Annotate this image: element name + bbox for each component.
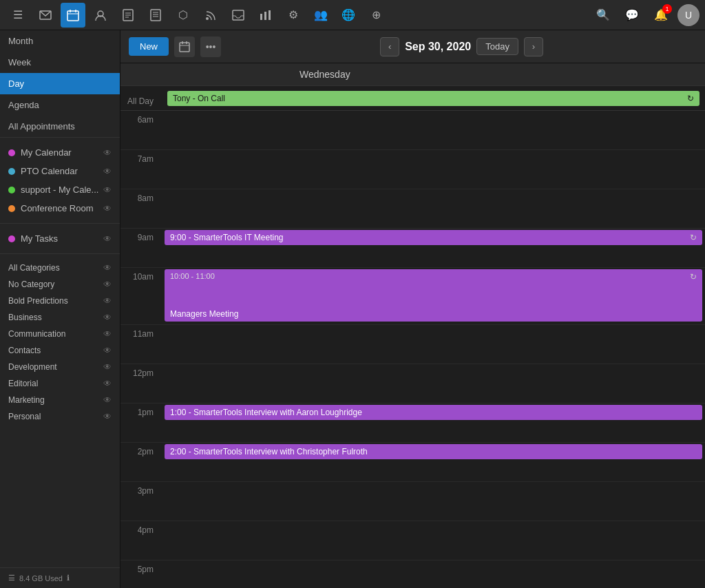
event-col-10am: 10:00 - 11:00 ↻ Managers Meeting (162, 268, 705, 324)
time-label-3pm: 3pm (120, 482, 162, 521)
time-row-10am: 10am 10:00 - 11:00 ↻ Managers Meeting (120, 268, 705, 325)
prev-date-button[interactable]: ‹ (380, 37, 399, 56)
event-title: 2:00 - SmarterTools Interview with Chris… (170, 447, 368, 456)
calendar-view-icon-button[interactable] (174, 36, 195, 57)
date-title: Sep 30, 2020 (405, 41, 471, 53)
notifications-icon[interactable]: 🔔 1 (649, 3, 673, 28)
admin-users-icon[interactable]: 👥 (308, 3, 333, 28)
category-development[interactable]: Development 👁 (0, 359, 120, 375)
search-icon[interactable]: 🔍 (591, 3, 615, 28)
network-icon[interactable]: ⬡ (171, 3, 196, 28)
visibility-icon[interactable]: 👁 (103, 167, 112, 176)
tasks-my-tasks[interactable]: My Tasks 👁 (0, 229, 120, 248)
visibility-icon[interactable]: 👁 (103, 204, 112, 213)
visibility-icon[interactable]: 👁 (103, 313, 112, 322)
calendar-my-calendar[interactable]: My Calendar 👁 (0, 143, 120, 162)
sidebar-footer: ☰ 8.4 GB Used ℹ (0, 567, 120, 588)
time-label-2pm: 2pm (120, 443, 162, 481)
event-col-2pm: 2:00 - SmarterTools Interview with Chris… (162, 443, 705, 481)
contacts-icon[interactable] (88, 3, 113, 28)
visibility-icon[interactable]: 👁 (103, 234, 112, 244)
tasks-icon[interactable] (116, 3, 140, 28)
sidebar-item-week[interactable]: Week (0, 52, 120, 73)
svg-rect-10 (151, 10, 160, 21)
category-editorial[interactable]: Editorial 👁 (0, 375, 120, 392)
sidebar-item-agenda[interactable]: Agenda (0, 94, 120, 116)
next-date-button[interactable]: › (524, 37, 543, 56)
all-day-event-tony-on-call[interactable]: Tony - On Call ↻ (167, 91, 699, 106)
time-label-12pm: 12pm (120, 364, 162, 403)
event-time-label: 10:00 - 11:00 (170, 272, 215, 282)
sidebar-item-all-appointments[interactable]: All Appointments (0, 116, 120, 137)
today-button[interactable]: Today (476, 38, 518, 55)
event-christopher-interview[interactable]: 2:00 - SmarterTools Interview with Chris… (165, 444, 702, 459)
event-col-6am (162, 111, 705, 149)
event-title: 1:00 - SmarterTools Interview with Aaron… (170, 408, 362, 417)
svg-rect-1 (67, 11, 78, 21)
event-smartertools-it-meeting[interactable]: 9:00 - SmarterTools IT Meeting ↻ (165, 230, 702, 245)
event-title: Managers Meeting (170, 309, 238, 319)
calendars-section: My Calendar 👁 PTO Calendar 👁 support - M… (0, 137, 120, 223)
new-button[interactable]: New (129, 37, 169, 56)
visibility-icon[interactable]: 👁 (103, 362, 112, 372)
notification-badge: 1 (662, 4, 672, 14)
globe-icon[interactable]: 🌐 (336, 3, 361, 28)
time-row-2pm: 2pm 2:00 - SmarterTools Interview with C… (120, 443, 705, 482)
visibility-icon[interactable]: 👁 (103, 379, 112, 388)
category-all[interactable]: All Categories 👁 (0, 260, 120, 276)
time-row-12pm: 12pm (120, 364, 705, 403)
notes-icon[interactable] (143, 3, 168, 28)
svg-rect-18 (269, 10, 271, 20)
calendar-support[interactable]: support - My Cale... 👁 (0, 180, 120, 199)
visibility-icon[interactable]: 👁 (103, 346, 112, 355)
hamburger-menu-icon[interactable]: ☰ (6, 3, 30, 28)
calendar-conference-room[interactable]: Conference Room 👁 (0, 199, 120, 218)
time-row-3pm: 3pm (120, 482, 705, 521)
calendar-icon[interactable] (61, 3, 85, 28)
event-title: 9:00 - SmarterTools IT Meeting (170, 233, 284, 242)
svg-rect-16 (260, 14, 262, 20)
sidebar: Month Week Day Agenda All Appointments M… (0, 30, 120, 588)
event-col-8am (162, 189, 705, 228)
category-no-category[interactable]: No Category 👁 (0, 276, 120, 293)
settings-icon[interactable]: ⚙ (281, 3, 306, 28)
visibility-icon[interactable]: 👁 (103, 280, 112, 289)
sidebar-item-day[interactable]: Day (0, 73, 120, 94)
event-col-12pm (162, 364, 705, 403)
event-managers-meeting[interactable]: 10:00 - 11:00 ↻ Managers Meeting (165, 269, 702, 322)
add-icon[interactable]: ⊕ (364, 3, 388, 28)
category-business[interactable]: Business 👁 (0, 309, 120, 326)
visibility-icon[interactable]: 👁 (103, 395, 112, 405)
chat-icon[interactable]: 💬 (620, 3, 644, 28)
mail-icon[interactable] (33, 3, 58, 28)
visibility-icon[interactable]: 👁 (103, 148, 112, 158)
category-marketing[interactable]: Marketing 👁 (0, 392, 120, 408)
time-row-1pm: 1pm 1:00 - SmarterTools Interview with A… (120, 403, 705, 443)
calendar-pto[interactable]: PTO Calendar 👁 (0, 162, 120, 180)
more-options-button[interactable]: ••• (200, 36, 221, 57)
inbox-icon[interactable] (226, 3, 251, 28)
category-personal[interactable]: Personal 👁 (0, 408, 120, 425)
event-aaron-interview[interactable]: 1:00 - SmarterTools Interview with Aaron… (165, 405, 702, 420)
reports-icon[interactable] (253, 3, 278, 28)
time-label-11am: 11am (120, 325, 162, 364)
svg-rect-15 (233, 10, 244, 20)
hamburger-icon[interactable]: ☰ (8, 574, 15, 582)
category-bold-predictions[interactable]: Bold Predictions 👁 (0, 293, 120, 309)
sidebar-item-month[interactable]: Month (0, 30, 120, 52)
time-row-6am: 6am (120, 111, 705, 150)
category-communication[interactable]: Communication 👁 (0, 326, 120, 342)
day-header: Wednesday (120, 63, 705, 86)
category-contacts[interactable]: Contacts 👁 (0, 342, 120, 359)
visibility-icon[interactable]: 👁 (103, 263, 112, 273)
avatar[interactable]: U (677, 4, 699, 26)
time-row-4pm: 4pm (120, 521, 705, 560)
rss-icon[interactable] (198, 3, 223, 28)
time-label-9am: 9am (120, 229, 162, 267)
visibility-icon[interactable]: 👁 (103, 329, 112, 339)
time-row-5pm: 5pm (120, 560, 705, 588)
visibility-icon[interactable]: 👁 (103, 412, 112, 421)
svg-point-14 (206, 17, 209, 20)
visibility-icon[interactable]: 👁 (103, 185, 112, 195)
visibility-icon[interactable]: 👁 (103, 296, 112, 306)
